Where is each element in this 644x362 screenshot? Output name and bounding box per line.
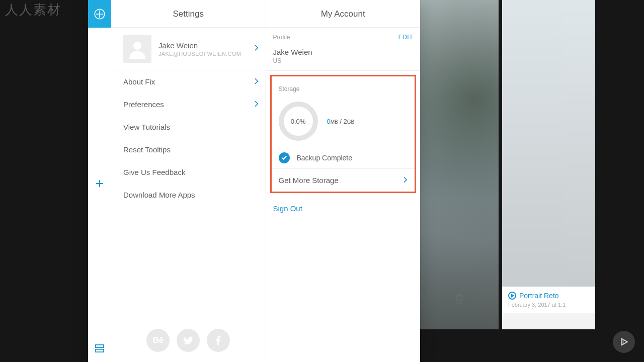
menu-feedback[interactable]: Give Us Feedback	[111, 161, 266, 184]
background-photo	[420, 0, 499, 329]
backup-text: Backup Complete	[297, 154, 353, 162]
left-rail: +	[88, 0, 111, 362]
get-more-storage[interactable]: Get More Storage	[272, 168, 415, 192]
backup-row: Backup Complete	[272, 147, 415, 168]
menu-about-label: About Fix	[123, 77, 155, 86]
project-title: Portrait Reto	[519, 292, 559, 300]
project-date: February 3, 2017 at 1:1	[508, 302, 589, 308]
watermark-text: 人人素材	[5, 1, 61, 19]
profile-label: Profile	[273, 34, 290, 41]
social-row: Bē	[111, 329, 266, 352]
chevron-right-icon	[254, 44, 259, 53]
menu-preferences[interactable]: Preferences	[111, 93, 266, 116]
svg-point-3	[133, 42, 141, 50]
account-column: My Account Profile EDIT Jake Weien US St…	[266, 0, 421, 362]
profile-country: US	[273, 57, 414, 64]
settings-popover: + Settings Jake Weien JAKE@HOUSEOFWEIEN.…	[88, 0, 420, 362]
trash-icon[interactable]	[454, 293, 465, 307]
settings-title: Settings	[111, 0, 266, 28]
storage-highlight: Storage 0.0% 0MB / 2GB Backup Complete G…	[270, 75, 417, 193]
account-title: My Account	[266, 0, 421, 28]
sign-out[interactable]: Sign Out	[266, 197, 421, 220]
profile-name: Jake Weien	[273, 48, 414, 56]
svg-rect-2	[96, 349, 104, 352]
menu-download-apps[interactable]: Download More Apps	[111, 184, 266, 206]
facebook-icon[interactable]	[207, 329, 230, 352]
menu-reset-tooltips[interactable]: Reset Tooltips	[111, 138, 266, 161]
play-icon	[508, 292, 516, 300]
storage-usage-text: 0MB / 2GB	[327, 118, 355, 125]
svg-rect-1	[96, 345, 104, 347]
twitter-icon[interactable]	[177, 329, 200, 352]
project-thumbnail	[502, 0, 595, 287]
storage-ring: 0.0%	[279, 102, 318, 141]
menu-preferences-label: Preferences	[123, 100, 164, 109]
app-badge[interactable]	[88, 0, 111, 28]
settings-column: Settings Jake Weien JAKE@HOUSEOFWEIEN.CO…	[111, 0, 266, 362]
storage-label: Storage	[279, 85, 300, 93]
corner-play-button[interactable]	[613, 331, 635, 353]
avatar	[123, 35, 151, 63]
edit-button[interactable]: EDIT	[398, 34, 413, 41]
behance-icon[interactable]: Bē	[146, 329, 170, 352]
add-button[interactable]: +	[88, 173, 111, 194]
project-card[interactable]: Portrait Reto February 3, 2017 at 1:1	[502, 0, 595, 329]
get-more-label: Get More Storage	[279, 176, 339, 185]
menu-tutorials[interactable]: View Tutorials	[111, 116, 266, 138]
chevron-right-icon	[403, 176, 408, 185]
profile-section: Profile EDIT Jake Weien US	[266, 28, 421, 71]
chevron-right-icon	[254, 100, 259, 109]
storage-usage-row: 0.0% 0MB / 2GB	[272, 99, 415, 147]
user-row[interactable]: Jake Weien JAKE@HOUSEOFWEIEN.COM	[111, 28, 266, 70]
menu-about[interactable]: About Fix	[111, 70, 266, 93]
view-list-icon[interactable]	[88, 341, 111, 356]
chevron-right-icon	[254, 77, 259, 86]
user-name: Jake Weien	[158, 41, 241, 50]
check-icon	[279, 152, 290, 163]
user-email: JAKE@HOUSEOFWEIEN.COM	[158, 51, 241, 57]
